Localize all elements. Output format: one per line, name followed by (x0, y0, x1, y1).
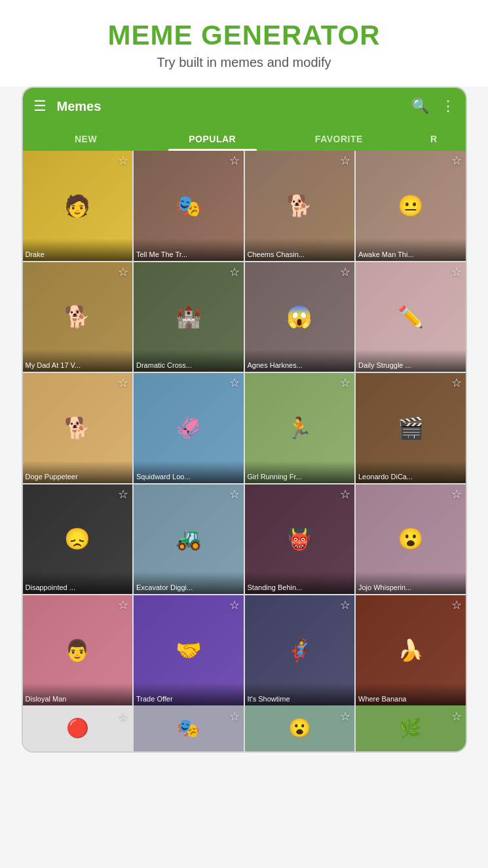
meme-star-excavator-diggi[interactable]: ☆ (229, 488, 240, 500)
promo-subtitle: Try built in memes and modify (13, 55, 475, 70)
meme-label-drake: Drake (23, 239, 133, 261)
meme-item-daily-struggle[interactable]: ✏️ ☆ Daily Struggle ... (356, 262, 466, 372)
meme-label-excavator-diggi: Excavator Diggi... (134, 572, 244, 594)
tab-r[interactable]: R (402, 125, 466, 151)
meme-item-drake[interactable]: 🧑 ☆ Drake (23, 151, 133, 261)
meme-item-disappointed[interactable]: 😞 ☆ Disappointed ... (23, 484, 133, 595)
meme-label-doge-puppeteer: Doge Puppeteer (23, 461, 133, 483)
meme-star-awake-man[interactable]: ☆ (451, 155, 462, 167)
meme-label-where-banana: Where Banana (356, 683, 466, 705)
meme-label-my-dad-17: My Dad At 17 V... (23, 349, 133, 372)
meme-star-squidward-look[interactable]: ☆ (229, 377, 240, 389)
partial-meme-3[interactable]: 🌿 ☆ (356, 705, 466, 751)
meme-star-daily-struggle[interactable]: ☆ (451, 266, 462, 278)
meme-label-trade-offer: Trade Offer (134, 683, 244, 705)
partial-meme-1[interactable]: 🎭 ☆ (134, 705, 244, 751)
meme-item-doge-puppeteer[interactable]: 🐕 ☆ Doge Puppeteer (23, 373, 133, 483)
meme-star-dramatic-cross[interactable]: ☆ (229, 266, 240, 278)
meme-item-tell-me-truth[interactable]: 🎭 ☆ Tell Me The Tr... (134, 151, 244, 261)
meme-item-leonardo-dica[interactable]: 🎬 ☆ Leonardo DiCa... (356, 373, 466, 483)
meme-label-awake-man: Awake Man Thi... (356, 239, 466, 261)
toolbar: ☰ Memes 🔍 ⋮ (23, 88, 466, 125)
meme-star-tell-me-truth[interactable]: ☆ (229, 155, 240, 167)
meme-label-disloyal-man: Disloyal Man (23, 683, 133, 705)
meme-label-disappointed: Disappointed ... (23, 572, 133, 594)
meme-star-trade-offer[interactable]: ☆ (229, 599, 240, 611)
meme-label-daily-struggle: Daily Struggle ... (356, 349, 466, 372)
toolbar-action-icons: 🔍 ⋮ (411, 98, 455, 115)
partial-star-3[interactable]: ☆ (451, 709, 462, 724)
meme-label-cheems-chasing: Cheems Chasin... (245, 239, 355, 261)
meme-label-tell-me-truth: Tell Me The Tr... (134, 239, 244, 261)
meme-star-jojo-whisperin[interactable]: ☆ (451, 488, 462, 500)
tab-bar: NEW POPULAR FAVORITE R (23, 125, 466, 151)
meme-item-trade-offer[interactable]: 🤝 ☆ Trade Offer (134, 595, 244, 705)
partial-star-1[interactable]: ☆ (229, 709, 240, 724)
partial-row: 🔴 ☆ 🎭 ☆ 😮 ☆ 🌿 ☆ (23, 705, 466, 751)
tab-favorite[interactable]: FAVORITE (276, 125, 402, 151)
toolbar-title: Memes (57, 99, 411, 114)
partial-star-0[interactable]: ☆ (118, 709, 128, 724)
meme-item-squidward-look[interactable]: 🦑 ☆ Squidward Loo... (134, 373, 244, 483)
meme-label-jojo-whisperin: Jojo Whisperin... (356, 572, 466, 594)
meme-item-where-banana[interactable]: 🍌 ☆ Where Banana (356, 595, 466, 705)
meme-star-doge-puppeteer[interactable]: ☆ (118, 377, 128, 389)
meme-item-dramatic-cross[interactable]: 🏰 ☆ Dramatic Cross... (134, 262, 244, 372)
meme-star-disloyal-man[interactable]: ☆ (118, 599, 128, 611)
meme-label-agnes-harkness: Agnes Harknes... (245, 349, 355, 372)
promo-title: MEME GENERATOR (13, 20, 475, 51)
meme-item-girl-running[interactable]: 🏃 ☆ Girl Running Fr... (245, 373, 355, 483)
partial-star-2[interactable]: ☆ (340, 709, 350, 724)
meme-item-agnes-harkness[interactable]: 😱 ☆ Agnes Harknes... (245, 262, 355, 372)
meme-label-dramatic-cross: Dramatic Cross... (134, 349, 244, 372)
tab-new[interactable]: NEW (23, 125, 149, 151)
meme-label-standing-behin: Standing Behin... (245, 572, 355, 594)
meme-label-its-showtime: It's Showtime (245, 683, 355, 705)
meme-star-girl-running[interactable]: ☆ (340, 377, 350, 389)
meme-star-standing-behin[interactable]: ☆ (340, 488, 350, 500)
meme-item-excavator-diggi[interactable]: 🚜 ☆ Excavator Diggi... (134, 484, 244, 595)
meme-item-its-showtime[interactable]: 🦸 ☆ It's Showtime (245, 595, 355, 705)
promo-section: MEME GENERATOR Try built in memes and mo… (0, 0, 488, 87)
meme-grid: 🧑 ☆ Drake 🎭 ☆ Tell Me The Tr... 🐕 ☆ Chee… (23, 151, 466, 705)
meme-star-where-banana[interactable]: ☆ (451, 599, 462, 611)
meme-item-cheems-chasing[interactable]: 🐕 ☆ Cheems Chasin... (245, 151, 355, 261)
menu-icon[interactable]: ☰ (33, 98, 47, 115)
meme-star-drake[interactable]: ☆ (118, 155, 128, 167)
meme-star-disappointed[interactable]: ☆ (118, 488, 128, 500)
meme-label-leonardo-dica: Leonardo DiCa... (356, 461, 466, 483)
more-options-icon[interactable]: ⋮ (441, 98, 455, 115)
meme-item-awake-man[interactable]: 😐 ☆ Awake Man Thi... (356, 151, 466, 261)
meme-star-leonardo-dica[interactable]: ☆ (451, 377, 462, 389)
meme-item-my-dad-17[interactable]: 🐕 ☆ My Dad At 17 V... (23, 262, 133, 372)
meme-label-girl-running: Girl Running Fr... (245, 461, 355, 483)
meme-item-disloyal-man[interactable]: 👨 ☆ Disloyal Man (23, 595, 133, 705)
meme-star-its-showtime[interactable]: ☆ (340, 599, 350, 611)
search-icon[interactable]: 🔍 (411, 98, 429, 115)
meme-item-standing-behin[interactable]: 👹 ☆ Standing Behin... (245, 484, 355, 595)
meme-label-squidward-look: Squidward Loo... (134, 461, 244, 483)
meme-item-jojo-whisperin[interactable]: 😮 ☆ Jojo Whisperin... (356, 484, 466, 595)
meme-star-agnes-harkness[interactable]: ☆ (340, 266, 350, 278)
phone-frame: ☰ Memes 🔍 ⋮ NEW POPULAR FAVORITE R 🧑 ☆ D… (22, 87, 467, 753)
tab-popular[interactable]: POPULAR (149, 125, 276, 151)
partial-meme-2[interactable]: 😮 ☆ (245, 705, 355, 751)
partial-meme-0[interactable]: 🔴 ☆ (23, 705, 133, 751)
meme-star-cheems-chasing[interactable]: ☆ (340, 155, 350, 167)
meme-star-my-dad-17[interactable]: ☆ (118, 266, 128, 278)
